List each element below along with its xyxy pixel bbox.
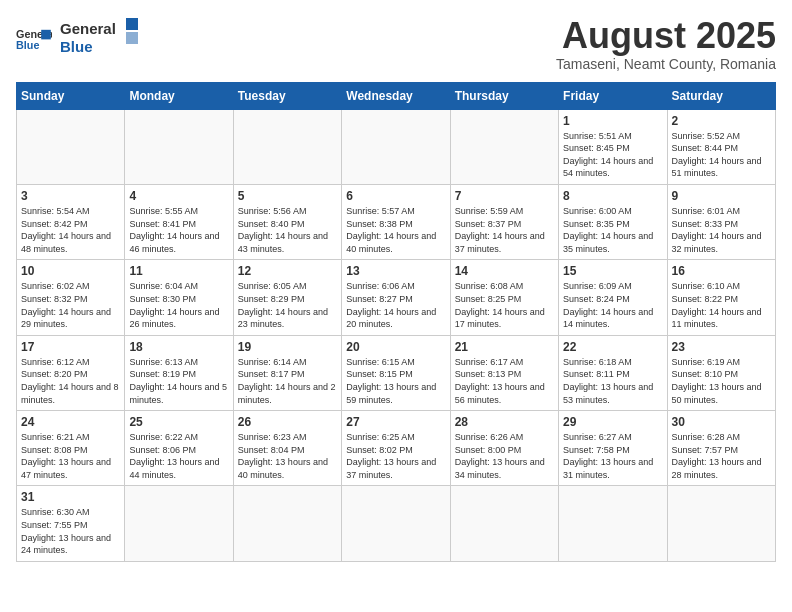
calendar-cell (559, 486, 667, 561)
day-info: Sunrise: 6:21 AM Sunset: 8:08 PM Dayligh… (21, 431, 120, 481)
day-number: 6 (346, 189, 445, 203)
day-info: Sunrise: 6:14 AM Sunset: 8:17 PM Dayligh… (238, 356, 337, 406)
calendar-table: SundayMondayTuesdayWednesdayThursdayFrid… (16, 82, 776, 562)
calendar-cell: 23Sunrise: 6:19 AM Sunset: 8:10 PM Dayli… (667, 335, 775, 410)
day-number: 2 (672, 114, 771, 128)
calendar-cell: 9Sunrise: 6:01 AM Sunset: 8:33 PM Daylig… (667, 184, 775, 259)
day-number: 16 (672, 264, 771, 278)
calendar-cell (342, 486, 450, 561)
weekday-header-monday: Monday (125, 82, 233, 109)
logo-icon: General Blue (16, 22, 52, 58)
day-info: Sunrise: 6:22 AM Sunset: 8:06 PM Dayligh… (129, 431, 228, 481)
calendar-cell: 6Sunrise: 5:57 AM Sunset: 8:38 PM Daylig… (342, 184, 450, 259)
calendar-cell (233, 486, 341, 561)
location-subtitle: Tamaseni, Neamt County, Romania (556, 56, 776, 72)
logo: General Blue General Blue (16, 16, 140, 64)
weekday-header-wednesday: Wednesday (342, 82, 450, 109)
day-info: Sunrise: 5:54 AM Sunset: 8:42 PM Dayligh… (21, 205, 120, 255)
svg-text:General: General (60, 20, 116, 37)
svg-text:Blue: Blue (16, 39, 39, 51)
day-number: 18 (129, 340, 228, 354)
calendar-cell: 19Sunrise: 6:14 AM Sunset: 8:17 PM Dayli… (233, 335, 341, 410)
day-number: 25 (129, 415, 228, 429)
day-info: Sunrise: 6:01 AM Sunset: 8:33 PM Dayligh… (672, 205, 771, 255)
day-info: Sunrise: 6:18 AM Sunset: 8:11 PM Dayligh… (563, 356, 662, 406)
calendar-cell: 7Sunrise: 5:59 AM Sunset: 8:37 PM Daylig… (450, 184, 558, 259)
weekday-header-sunday: Sunday (17, 82, 125, 109)
calendar-week-5: 24Sunrise: 6:21 AM Sunset: 8:08 PM Dayli… (17, 411, 776, 486)
day-info: Sunrise: 5:51 AM Sunset: 8:45 PM Dayligh… (563, 130, 662, 180)
calendar-week-2: 3Sunrise: 5:54 AM Sunset: 8:42 PM Daylig… (17, 184, 776, 259)
day-number: 15 (563, 264, 662, 278)
day-info: Sunrise: 6:23 AM Sunset: 8:04 PM Dayligh… (238, 431, 337, 481)
calendar-cell (450, 109, 558, 184)
day-info: Sunrise: 6:09 AM Sunset: 8:24 PM Dayligh… (563, 280, 662, 330)
svg-marker-2 (41, 30, 51, 40)
calendar-cell: 4Sunrise: 5:55 AM Sunset: 8:41 PM Daylig… (125, 184, 233, 259)
weekday-header-saturday: Saturday (667, 82, 775, 109)
day-info: Sunrise: 6:19 AM Sunset: 8:10 PM Dayligh… (672, 356, 771, 406)
day-info: Sunrise: 6:17 AM Sunset: 8:13 PM Dayligh… (455, 356, 554, 406)
day-number: 17 (21, 340, 120, 354)
day-number: 24 (21, 415, 120, 429)
calendar-cell: 12Sunrise: 6:05 AM Sunset: 8:29 PM Dayli… (233, 260, 341, 335)
day-number: 12 (238, 264, 337, 278)
day-info: Sunrise: 6:27 AM Sunset: 7:58 PM Dayligh… (563, 431, 662, 481)
day-number: 1 (563, 114, 662, 128)
logo-full-icon: General Blue (60, 16, 140, 60)
calendar-cell: 30Sunrise: 6:28 AM Sunset: 7:57 PM Dayli… (667, 411, 775, 486)
day-info: Sunrise: 6:04 AM Sunset: 8:30 PM Dayligh… (129, 280, 228, 330)
calendar-cell (125, 109, 233, 184)
weekday-header-thursday: Thursday (450, 82, 558, 109)
day-number: 21 (455, 340, 554, 354)
day-info: Sunrise: 6:28 AM Sunset: 7:57 PM Dayligh… (672, 431, 771, 481)
day-info: Sunrise: 6:06 AM Sunset: 8:27 PM Dayligh… (346, 280, 445, 330)
calendar-cell (17, 109, 125, 184)
day-info: Sunrise: 5:52 AM Sunset: 8:44 PM Dayligh… (672, 130, 771, 180)
svg-text:Blue: Blue (60, 38, 93, 55)
day-info: Sunrise: 6:00 AM Sunset: 8:35 PM Dayligh… (563, 205, 662, 255)
calendar-cell: 17Sunrise: 6:12 AM Sunset: 8:20 PM Dayli… (17, 335, 125, 410)
calendar-cell (125, 486, 233, 561)
calendar-cell: 21Sunrise: 6:17 AM Sunset: 8:13 PM Dayli… (450, 335, 558, 410)
calendar-cell: 5Sunrise: 5:56 AM Sunset: 8:40 PM Daylig… (233, 184, 341, 259)
calendar-cell: 13Sunrise: 6:06 AM Sunset: 8:27 PM Dayli… (342, 260, 450, 335)
calendar-week-3: 10Sunrise: 6:02 AM Sunset: 8:32 PM Dayli… (17, 260, 776, 335)
day-info: Sunrise: 6:02 AM Sunset: 8:32 PM Dayligh… (21, 280, 120, 330)
title-block: August 2025 Tamaseni, Neamt County, Roma… (556, 16, 776, 72)
day-number: 13 (346, 264, 445, 278)
calendar-cell: 1Sunrise: 5:51 AM Sunset: 8:45 PM Daylig… (559, 109, 667, 184)
day-number: 9 (672, 189, 771, 203)
calendar-cell: 26Sunrise: 6:23 AM Sunset: 8:04 PM Dayli… (233, 411, 341, 486)
calendar-week-1: 1Sunrise: 5:51 AM Sunset: 8:45 PM Daylig… (17, 109, 776, 184)
day-number: 5 (238, 189, 337, 203)
day-number: 20 (346, 340, 445, 354)
day-number: 7 (455, 189, 554, 203)
day-number: 27 (346, 415, 445, 429)
day-info: Sunrise: 6:13 AM Sunset: 8:19 PM Dayligh… (129, 356, 228, 406)
calendar-cell (342, 109, 450, 184)
svg-marker-6 (126, 32, 138, 44)
calendar-cell: 2Sunrise: 5:52 AM Sunset: 8:44 PM Daylig… (667, 109, 775, 184)
day-number: 4 (129, 189, 228, 203)
calendar-cell: 8Sunrise: 6:00 AM Sunset: 8:35 PM Daylig… (559, 184, 667, 259)
weekday-header-friday: Friday (559, 82, 667, 109)
calendar-cell: 25Sunrise: 6:22 AM Sunset: 8:06 PM Dayli… (125, 411, 233, 486)
calendar-cell (667, 486, 775, 561)
calendar-cell: 24Sunrise: 6:21 AM Sunset: 8:08 PM Dayli… (17, 411, 125, 486)
day-info: Sunrise: 6:05 AM Sunset: 8:29 PM Dayligh… (238, 280, 337, 330)
day-info: Sunrise: 6:10 AM Sunset: 8:22 PM Dayligh… (672, 280, 771, 330)
day-number: 22 (563, 340, 662, 354)
calendar-week-6: 31Sunrise: 6:30 AM Sunset: 7:55 PM Dayli… (17, 486, 776, 561)
day-number: 19 (238, 340, 337, 354)
calendar-cell: 18Sunrise: 6:13 AM Sunset: 8:19 PM Dayli… (125, 335, 233, 410)
day-info: Sunrise: 5:57 AM Sunset: 8:38 PM Dayligh… (346, 205, 445, 255)
day-number: 11 (129, 264, 228, 278)
weekday-header-row: SundayMondayTuesdayWednesdayThursdayFrid… (17, 82, 776, 109)
day-number: 29 (563, 415, 662, 429)
calendar-week-4: 17Sunrise: 6:12 AM Sunset: 8:20 PM Dayli… (17, 335, 776, 410)
day-number: 30 (672, 415, 771, 429)
day-number: 3 (21, 189, 120, 203)
day-info: Sunrise: 6:15 AM Sunset: 8:15 PM Dayligh… (346, 356, 445, 406)
day-info: Sunrise: 6:30 AM Sunset: 7:55 PM Dayligh… (21, 506, 120, 556)
